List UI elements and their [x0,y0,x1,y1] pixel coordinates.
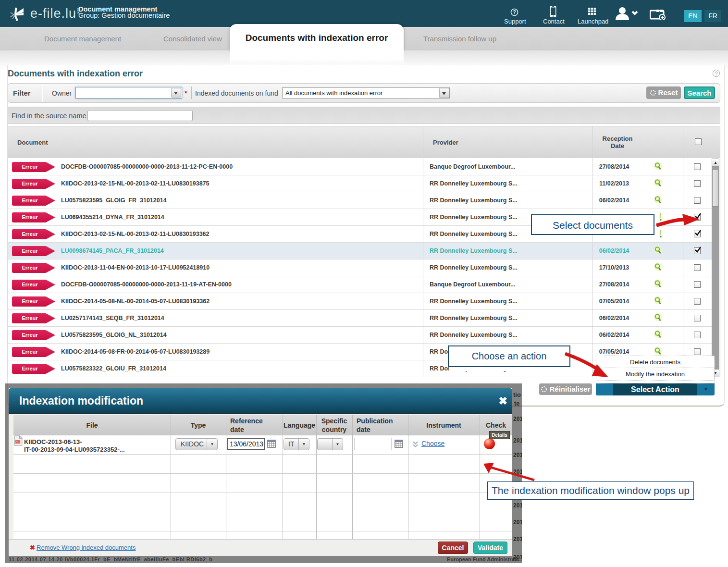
svg-text:PDF: PDF [15,441,20,444]
svg-text:?: ? [513,10,516,15]
